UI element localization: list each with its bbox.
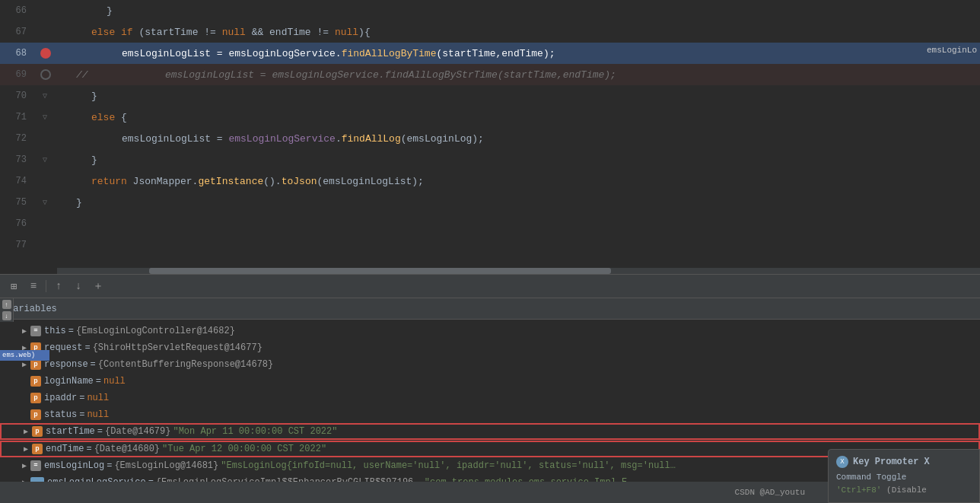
code-line-66: 66 }: [0, 0, 980, 21]
no-break-69: [40, 69, 51, 80]
scrollbar-thumb[interactable]: [149, 268, 611, 274]
line-num-77: 77: [0, 240, 34, 250]
toolbar-grid-icon[interactable]: ⊞: [6, 279, 21, 294]
key-promoter-command-label: Command: [836, 473, 871, 482]
variables-header: Variables: [0, 298, 980, 320]
variables-title: Variables: [8, 304, 57, 314]
line-num-70: 70: [0, 91, 34, 101]
var-row-response[interactable]: ▶ p response = {ContentBufferingResponse…: [0, 356, 980, 373]
debug-step-icon[interactable]: ↑: [2, 300, 11, 309]
ems-web-tab[interactable]: ems.web): [0, 350, 49, 361]
debug-toolbar: ⊞ ≡ ↑ ↓ ＋: [0, 274, 980, 298]
line-content-71: else {: [57, 112, 980, 123]
code-line-71: 71 ▽ else {: [0, 107, 980, 128]
key-promoter-body: Command Toggle 'Ctrl+F8' (Disable: [836, 471, 972, 496]
line-content-66: }: [57, 5, 980, 17]
line-content-68: emsLoginLogList = emsLoginLogService.fin…: [57, 48, 980, 59]
gutter-73: ▽: [34, 155, 57, 164]
expand-this[interactable]: ▶: [18, 325, 30, 337]
expand-startTime[interactable]: ▶: [20, 425, 32, 438]
var-icon-emsLoginLog: =: [30, 460, 41, 471]
line-content-69: // emsLoginLogList = emsLoginLogService.…: [57, 69, 980, 81]
gutter-70: ▽: [34, 91, 57, 100]
var-row-status[interactable]: p status = null: [0, 406, 980, 423]
var-row-this[interactable]: ▶ = this = {EmsLoginLogController@14682}: [0, 323, 980, 339]
toolbar-down-icon[interactable]: ↓: [71, 279, 86, 294]
line-content-73: }: [57, 154, 980, 166]
line-content-74: return JsonMapper.getInstance().toJson(e…: [57, 176, 980, 187]
csdn-watermark: CSDN @AD_youtu: [735, 488, 820, 497]
bottom-status-bar: CSDN @AD_youtu: [0, 482, 828, 503]
line-content-75: }: [57, 197, 980, 209]
breakpoint-68[interactable]: [40, 48, 51, 59]
line-num-66: 66: [0, 5, 34, 16]
line-overflow: emsLoginLo: [924, 48, 980, 56]
expand-emsLoginLog[interactable]: ▶: [18, 460, 30, 472]
key-promoter-header: X Key Promoter X: [836, 456, 972, 468]
fold-71[interactable]: ▽: [43, 113, 47, 122]
key-promoter-icon: X: [836, 456, 848, 468]
fold-70[interactable]: ▽: [43, 91, 47, 100]
code-line-70: 70 ▽ }: [0, 85, 980, 107]
line-num-68: 68: [0, 48, 34, 59]
line-num-69: 69: [0, 69, 34, 80]
code-line-74: 74 return JsonMapper.getInstance().toJso…: [0, 170, 980, 192]
line-num-76: 76: [0, 218, 34, 229]
left-debug-controls: ↑ ↓: [0, 298, 14, 322]
horizontal-scrollbar[interactable]: [57, 268, 980, 274]
line-num-72: 72: [0, 133, 34, 144]
line-content-70: }: [57, 91, 980, 102]
debug-step-down-icon[interactable]: ↓: [2, 311, 11, 320]
toolbar-up-icon[interactable]: ↑: [51, 279, 66, 294]
code-line-72: 72 emsLoginLogList = emsLoginLogService.…: [0, 128, 980, 149]
var-row-ipaddr[interactable]: p ipaddr = null: [0, 390, 980, 406]
var-row-loginName[interactable]: p loginName = null: [0, 373, 980, 390]
var-icon-response: p: [30, 359, 41, 370]
var-icon-this: =: [30, 326, 41, 336]
key-promoter-command-name: Toggle: [877, 473, 907, 482]
var-icon-startTime: p: [32, 426, 43, 437]
expand-endTime[interactable]: ▶: [20, 443, 32, 455]
key-promoter-panel: X Key Promoter X Command Toggle 'Ctrl+F8…: [828, 449, 980, 503]
gutter-71: ▽: [34, 113, 57, 122]
var-row-startTime[interactable]: ▶ p startTime = {Date@14679} "Mon Apr 11…: [0, 423, 980, 440]
line-num-74: 74: [0, 176, 34, 186]
code-line-69: 69 // emsLoginLogList = emsLoginLogServi…: [0, 64, 980, 85]
fold-73[interactable]: ▽: [43, 155, 47, 164]
code-line-76: 76: [0, 213, 980, 234]
toolbar-add-icon[interactable]: ＋: [91, 279, 106, 294]
code-line-67: 67 else if (startTime != null && endTime…: [0, 21, 980, 43]
gutter-75: ▽: [34, 198, 57, 207]
gutter-68: [34, 48, 57, 59]
key-promoter-title: Key Promoter X: [853, 457, 930, 467]
code-line-68: 68 emsLoginLogList = emsLoginLogService.…: [0, 43, 980, 64]
code-line-73: 73 ▽ }: [0, 149, 980, 170]
key-promoter-action: (Disable: [886, 485, 927, 495]
line-num-67: 67: [0, 27, 34, 37]
line-num-73: 73: [0, 154, 34, 165]
code-editor: 66 } 67 else if (startTime != null && en…: [0, 0, 980, 274]
var-row-request[interactable]: ▶ p request = {ShiroHttpServletRequest@1…: [0, 339, 980, 356]
var-icon-ipaddr: p: [30, 393, 41, 403]
line-num-71: 71: [0, 112, 34, 123]
line-content-67: else if (startTime != null && endTime !=…: [57, 27, 980, 38]
toolbar-list-icon[interactable]: ≡: [26, 279, 41, 294]
var-icon-endTime: p: [32, 444, 43, 454]
key-promoter-shortcut: 'Ctrl+F8': [836, 485, 881, 495]
code-line-75: 75 ▽ }: [0, 192, 980, 213]
var-icon-loginName: p: [30, 376, 41, 387]
line-num-75: 75: [0, 197, 34, 208]
code-line-77: 77: [0, 234, 980, 256]
var-icon-status: p: [30, 409, 41, 420]
fold-75[interactable]: ▽: [43, 198, 47, 207]
toolbar-separator: [46, 280, 46, 292]
gutter-69: [34, 69, 57, 80]
line-content-72: emsLoginLogList = emsLoginLogService.fin…: [57, 133, 980, 145]
